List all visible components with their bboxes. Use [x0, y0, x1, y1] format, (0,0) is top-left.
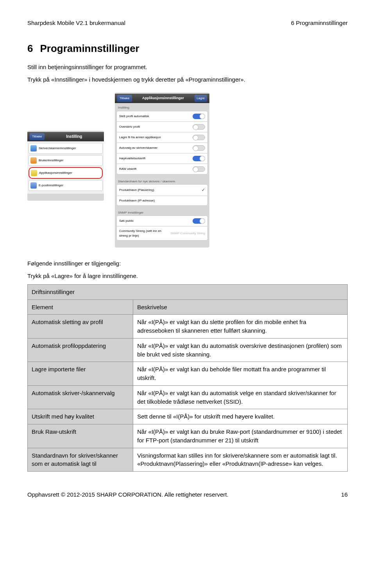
doc-title-left: Sharpdesk Mobile V2.1 brukermanual — [27, 19, 125, 27]
table-row: Bruk Raw-utskriftNår «I(PÅ)» er valgt ka… — [28, 424, 348, 448]
settings-table: Driftsinnstillinger Element Beskrivelse … — [27, 284, 348, 472]
intro-para-2: Trykk på «Innstillinger» i hovedskjermen… — [27, 75, 348, 84]
table-head-element: Element — [28, 299, 133, 315]
back-button[interactable]: Tilbake — [30, 133, 45, 140]
toggle[interactable] — [193, 135, 205, 140]
list-item[interactable]: Skriver/skannerinnstillinger — [29, 143, 103, 154]
screenshot-app-settings: Tilbake Applikasjonsinnstillinger Lagre … — [115, 93, 209, 248]
row-desc: Når «I(PÅ)» er valgt kan du slette profi… — [133, 315, 348, 339]
list-item-app-settings[interactable]: Applikasjonsinnstillinger — [29, 167, 103, 179]
setting-row[interactable]: Lagre fil fra annen applikasjon — [116, 132, 208, 143]
table-row: Standardnavn for skriver/skanner som er … — [28, 448, 348, 472]
setting-row[interactable]: Søk public — [116, 216, 208, 226]
section-label: Standardnavn for nye skrivere / skannere… — [115, 177, 209, 185]
list-item-label: Brukerinnstillinger — [39, 158, 64, 163]
row-desc: Visningsformat kan stilles inn for skriv… — [133, 448, 348, 472]
section-label: Instilling — [115, 103, 209, 111]
list-item-label: E-postinnstillinger — [39, 183, 63, 188]
toggle[interactable] — [193, 145, 205, 151]
setting-label: Community Streng (sett inn en streng pr … — [119, 229, 166, 238]
table-row: Utskrift med høy kvalitetSett denne til … — [28, 409, 348, 424]
section-number: 6 — [27, 43, 33, 54]
table-caption: Driftsinnstillinger — [28, 284, 348, 299]
doc-title-right: 6 Programinnstillinger — [291, 19, 348, 27]
table-head-desc: Beskrivelse — [133, 299, 348, 315]
row-desc: Når «I(PÅ)» er valgt kan du automatisk v… — [133, 385, 348, 409]
toggle[interactable] — [193, 124, 205, 130]
setting-label: Høykvalitetsutskrift — [119, 156, 145, 161]
setting-label: Autovalg av skriver/skanner — [119, 146, 157, 150]
setting-label: Lagre fil fra annen applikasjon — [119, 135, 161, 140]
after-shot-para-2: Trykk på «Lagre» for å lagre innstilling… — [27, 272, 348, 280]
setting-label: Produktnavn (IP-adresse) — [119, 198, 155, 203]
setting-row[interactable]: Produktnavn (IP-adresse) — [116, 196, 208, 206]
setting-label: Søk public — [119, 219, 134, 223]
row-element: Automatisk skriver-/skannervalg — [28, 385, 133, 409]
setting-label: Overskriv profil — [119, 125, 140, 129]
list-item-label: Applikasjonsinnstillinger — [39, 171, 72, 175]
back-button[interactable]: Tilbake — [117, 95, 132, 102]
intro-para-1: Still inn betjeningsinnstillinger for pr… — [27, 63, 348, 71]
section-label: SNMP innstillinger — [115, 208, 209, 216]
mail-icon — [30, 182, 37, 189]
screen-title: Applikasjonsinnstillinger — [134, 96, 192, 101]
setting-row[interactable]: Produktnavn (Plassering)✓ — [116, 184, 208, 196]
check-icon: ✓ — [202, 187, 205, 193]
footer-copyright: Opphavsrett © 2012-2015 SHARP CORPORATIO… — [27, 490, 229, 499]
row-desc: Når «I(PÅ)» er valgt kan du automatisk o… — [133, 338, 348, 362]
setting-label: Slett profil automatisk — [119, 114, 149, 119]
screen-title: Instilling — [47, 134, 102, 140]
text-input[interactable]: SNMP Community String — [166, 231, 205, 236]
setting-row[interactable]: Høykvalitetsutskrift — [116, 153, 208, 164]
toggle[interactable] — [193, 166, 205, 172]
user-icon — [30, 157, 37, 164]
table-row: Automatisk sletting av profilNår «I(PÅ)»… — [28, 315, 348, 339]
row-desc: Sett denne til «I(PÅ)» for utskrift med … — [133, 409, 348, 424]
toggle[interactable] — [193, 156, 205, 161]
table-row: Automatisk profiloppdateringNår «I(PÅ)» … — [28, 338, 348, 362]
row-desc: Når «I(PÅ)» er valgt kan du bruke Raw-po… — [133, 424, 348, 448]
setting-row[interactable]: Community Streng (sett inn en streng pr … — [116, 226, 208, 241]
screenshot-settings-home: Tilbake Instilling Skriver/skannerinnsti… — [27, 131, 104, 201]
printer-icon — [30, 145, 37, 151]
setting-label: Produktnavn (Plassering) — [119, 188, 154, 192]
list-item-label: Skriver/skannerinnstillinger — [39, 146, 76, 151]
toggle[interactable] — [193, 114, 205, 119]
row-element: Lagre importerte filer — [28, 362, 133, 386]
setting-row[interactable]: Overskriv profil — [116, 121, 208, 132]
gear-icon — [31, 170, 37, 176]
table-row: Automatisk skriver-/skannervalgNår «I(PÅ… — [28, 385, 348, 409]
list-item[interactable]: E-postinnstillinger — [29, 180, 103, 191]
toggle[interactable] — [193, 218, 205, 224]
row-element: Automatisk profiloppdatering — [28, 338, 133, 362]
row-element: Standardnavn for skriver/skanner som er … — [28, 448, 133, 472]
save-button[interactable]: Lagre — [195, 95, 207, 102]
footer-page-number: 16 — [341, 490, 348, 499]
setting-row[interactable]: RAW utskrift — [116, 164, 208, 175]
section-title-text: Programinnstillinger — [40, 43, 139, 54]
row-element: Utskrift med høy kvalitet — [28, 409, 133, 424]
setting-label: RAW utskrift — [119, 167, 136, 171]
list-item[interactable]: Brukerinnstillinger — [29, 155, 103, 166]
setting-row[interactable]: Autovalg av skriver/skanner — [116, 143, 208, 153]
after-shot-para-1: Følgende innstillinger er tilgjengelig: — [27, 259, 348, 268]
row-element: Automatisk sletting av profil — [28, 315, 133, 339]
row-element: Bruk Raw-utskrift — [28, 424, 133, 448]
table-row: Lagre importerte filerNår «I(PÅ)» er val… — [28, 362, 348, 386]
section-heading: 6Programinnstillinger — [27, 41, 348, 56]
row-desc: Når «I(PÅ)» er valgt kan du beholde file… — [133, 362, 348, 386]
setting-row[interactable]: Slett profil automatisk — [116, 111, 208, 121]
